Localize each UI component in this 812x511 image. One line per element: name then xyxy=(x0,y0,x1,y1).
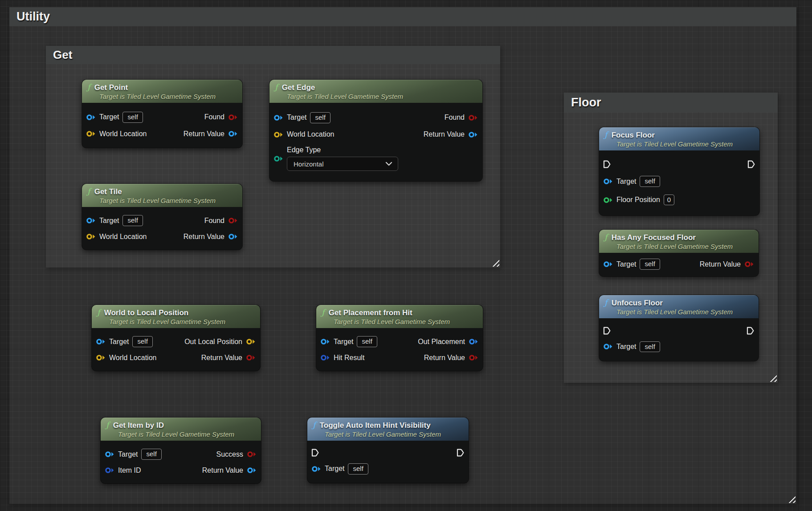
node-header[interactable]: ƒ Unfocus Floor Target is Tiled Level Ga… xyxy=(599,295,759,318)
node-has-any-focused-floor[interactable]: ƒ Has Any Focused Floor Target is Tiled … xyxy=(599,230,759,276)
object-pin-icon[interactable] xyxy=(603,343,613,350)
node-header[interactable]: ƒ World to Local Position Target is Tile… xyxy=(92,305,260,328)
node-header[interactable]: ƒ Focus Floor Target is Tiled Level Game… xyxy=(599,127,759,150)
pin-label: Return Value xyxy=(202,466,243,474)
node-unfocus-floor[interactable]: ƒ Unfocus Floor Target is Tiled Level Ga… xyxy=(599,295,759,361)
node-subtitle: Target is Tiled Level Gametime System xyxy=(99,197,237,204)
bool-pin-icon[interactable] xyxy=(469,354,478,361)
node-focus-floor[interactable]: ƒ Focus Floor Target is Tiled Level Game… xyxy=(599,127,759,215)
bool-pin-icon[interactable] xyxy=(744,260,754,268)
node-subtitle: Target is Tiled Level Gametime System xyxy=(287,93,477,100)
pin-row: Edge Type Horizontal xyxy=(269,146,482,171)
node-header[interactable]: ƒ Get Point Target is Tiled Level Gameti… xyxy=(82,80,242,103)
struct-pin-icon[interactable] xyxy=(105,466,114,474)
input-pin: Hit Result xyxy=(320,354,364,362)
vector-pin-icon[interactable] xyxy=(246,338,256,345)
node-get-tile[interactable]: ƒ Get Tile Target is Tiled Level Gametim… xyxy=(82,184,242,250)
target-value-box[interactable]: self xyxy=(122,215,143,226)
pin-label: Edge Type xyxy=(287,146,398,154)
object-pin-icon[interactable] xyxy=(468,131,478,138)
target-value-box[interactable]: self xyxy=(310,112,330,123)
node-world-to-local-position[interactable]: ƒ World to Local Position Target is Tile… xyxy=(92,305,260,371)
target-value-box[interactable]: self xyxy=(141,449,161,460)
node-header[interactable]: ƒ Get Tile Target is Tiled Level Gametim… xyxy=(82,184,242,207)
target-value-box[interactable]: self xyxy=(357,336,377,347)
exec-pin-icon[interactable] xyxy=(603,160,611,169)
object-pin-icon[interactable] xyxy=(311,465,321,473)
comment-header-floor[interactable]: Floor xyxy=(564,93,778,112)
object-pin-icon[interactable] xyxy=(86,217,96,224)
pin-label: Return Value xyxy=(424,130,465,138)
bool-pin-icon[interactable] xyxy=(246,354,256,361)
vector-pin-icon[interactable] xyxy=(96,354,106,361)
output-pin xyxy=(457,448,464,457)
exec-pin-icon[interactable] xyxy=(603,326,611,335)
bool-pin-icon[interactable] xyxy=(247,450,257,458)
node-toggle-auto-item-hint-visibility[interactable]: ƒ Toggle Auto Item Hint Visibility Targe… xyxy=(307,418,469,483)
resize-handle-get-icon[interactable] xyxy=(492,260,499,267)
node-body: Targetself xyxy=(599,318,759,361)
struct-light-pin-icon[interactable] xyxy=(469,338,478,345)
blueprint-graph-canvas[interactable]: Utility Get Floor ƒ Get Point Target is … xyxy=(0,0,812,511)
target-value-box[interactable]: self xyxy=(348,463,368,474)
pin-label: World Location xyxy=(109,354,156,362)
target-value-box[interactable]: self xyxy=(122,112,143,123)
node-header[interactable]: ƒ Get Edge Target is Tiled Level Gametim… xyxy=(269,80,482,103)
node-header[interactable]: ƒ Has Any Focused Floor Target is Tiled … xyxy=(599,230,759,253)
dropdown-value: Horizontal xyxy=(294,160,324,168)
input-pin: Edge Type Horizontal xyxy=(273,146,398,171)
resize-handle-utility-icon[interactable] xyxy=(788,496,796,503)
comment-header-utility[interactable]: Utility xyxy=(9,7,796,26)
object-pin-icon[interactable] xyxy=(105,450,114,458)
input-pin: World Location xyxy=(86,233,147,241)
edge-type-dropdown[interactable]: Horizontal xyxy=(287,157,398,171)
pin-label: Found xyxy=(204,113,224,121)
object-pin-icon[interactable] xyxy=(603,178,613,185)
node-get-item-by-id[interactable]: ƒ Get Item by ID Target is Tiled Level G… xyxy=(101,418,261,483)
input-pin: Targetself xyxy=(86,215,143,226)
object-pin-icon[interactable] xyxy=(603,260,613,268)
int-pin-icon[interactable] xyxy=(603,196,613,204)
enum-pin-icon[interactable] xyxy=(273,155,283,162)
exec-pin-icon[interactable] xyxy=(747,160,755,169)
target-value-box[interactable]: self xyxy=(132,336,152,347)
resize-handle-floor-icon[interactable] xyxy=(770,375,777,382)
output-pin: Found xyxy=(204,217,238,225)
function-icon: ƒ xyxy=(275,83,278,91)
object-pin-icon[interactable] xyxy=(228,130,238,138)
node-get-placement-from-hit[interactable]: ƒ Get Placement from Hit Target is Tiled… xyxy=(316,305,483,371)
vector-pin-icon[interactable] xyxy=(86,233,96,240)
target-value-box[interactable]: self xyxy=(640,341,660,353)
object-pin-icon[interactable] xyxy=(273,114,283,122)
object-pin-icon[interactable] xyxy=(86,114,96,121)
bool-pin-icon[interactable] xyxy=(228,217,238,224)
vector-pin-icon[interactable] xyxy=(86,130,96,138)
vector-pin-icon[interactable] xyxy=(273,131,283,138)
pin-label: Target xyxy=(287,114,306,122)
target-value-box[interactable]: self xyxy=(640,259,660,270)
pin-row: TargetselfFound xyxy=(269,112,482,123)
bool-pin-icon[interactable] xyxy=(228,114,238,121)
floor-position-value-box[interactable]: 0 xyxy=(664,195,674,206)
exec-pin-icon[interactable] xyxy=(311,448,319,457)
object-pin-icon[interactable] xyxy=(320,338,330,345)
comment-header-get[interactable]: Get xyxy=(46,46,500,64)
function-icon: ƒ xyxy=(313,421,316,429)
input-pin: World Location xyxy=(273,130,334,138)
pin-label: Found xyxy=(445,114,465,122)
node-get-edge[interactable]: ƒ Get Edge Target is Tiled Level Gametim… xyxy=(269,80,482,181)
node-get-point[interactable]: ƒ Get Point Target is Tiled Level Gameti… xyxy=(82,80,242,148)
exec-pin-icon[interactable] xyxy=(457,448,464,457)
exec-pin-icon[interactable] xyxy=(747,326,754,335)
struct-pin-icon[interactable] xyxy=(320,354,330,361)
object-pin-icon[interactable] xyxy=(96,338,106,345)
node-header[interactable]: ƒ Toggle Auto Item Hint Visibility Targe… xyxy=(307,418,469,441)
output-pin: Return Value xyxy=(424,130,478,138)
node-header[interactable]: ƒ Get Item by ID Target is Tiled Level G… xyxy=(101,418,261,441)
object-pin-icon[interactable] xyxy=(247,466,257,474)
bool-pin-icon[interactable] xyxy=(468,114,478,122)
node-header[interactable]: ƒ Get Placement from Hit Target is Tiled… xyxy=(316,305,483,328)
node-body: TargetselfOut Local Position World Locat… xyxy=(92,328,260,371)
target-value-box[interactable]: self xyxy=(640,176,660,187)
object-pin-icon[interactable] xyxy=(228,233,238,240)
